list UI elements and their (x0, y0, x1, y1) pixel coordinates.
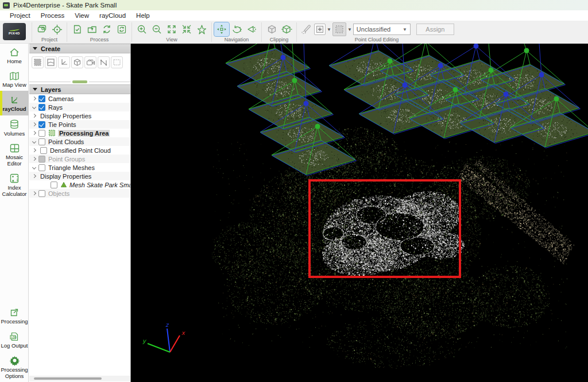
create-orientation-constraint-button[interactable] (58, 56, 70, 68)
clipping-box-button[interactable] (264, 22, 279, 36)
layer-row-point-groups[interactable]: Point Groups (29, 155, 130, 163)
create-video-animation-button[interactable] (84, 56, 96, 68)
layer-label: Point Clouds (48, 138, 84, 145)
rectangle-selection-button[interactable] (332, 22, 346, 36)
dropdown-caret-icon: ▼ (403, 27, 407, 32)
ribbon-item-log-output[interactable]: LOG Log Output (0, 328, 29, 352)
ribbon-item-map-view[interactable]: Map View (0, 68, 29, 91)
objects-checkbox[interactable] (38, 190, 45, 197)
reprocess-button[interactable] (99, 22, 114, 36)
create-processing-area-button[interactable] (32, 56, 44, 68)
ribbon-item-volumes[interactable]: Volumes (0, 115, 29, 140)
pan-mode-button[interactable] (214, 22, 229, 36)
pix4d-logo-button[interactable]: PIX4D (3, 23, 26, 40)
menu-view[interactable]: View (69, 12, 94, 19)
add-selection-caret-icon[interactable]: ▼ (327, 27, 331, 32)
layer-label: Point Groups (48, 156, 85, 163)
splitter-grip[interactable] (72, 80, 87, 83)
ribbon-item-home[interactable]: Home (0, 44, 29, 68)
new-project-button[interactable] (34, 22, 49, 36)
ribbon-label-log-output: Log Output (1, 343, 28, 349)
layer-row-point-clouds[interactable]: Point Clouds (29, 137, 130, 146)
layer-row-objects[interactable]: Objects (29, 189, 130, 198)
window-title: Pix4Denterprise - Skate Park Small (13, 2, 117, 9)
ribbon-item-index-calculator[interactable]: Index Calculator (0, 169, 29, 200)
layer-row-tie-points[interactable]: Tie Points (29, 120, 130, 129)
zoom-out-icon (152, 24, 162, 34)
zoom-in-button[interactable] (134, 22, 149, 36)
layer-row-cameras[interactable]: Cameras (29, 94, 130, 103)
processing-report-button[interactable] (69, 22, 84, 36)
expander-icon[interactable] (32, 114, 36, 118)
selection-shape-caret-icon[interactable]: ▼ (347, 27, 352, 32)
project-center-button[interactable] (49, 22, 64, 36)
create-scale-constraint-button[interactable] (111, 56, 123, 68)
layer-label: Mesh Skate Park Small_s (69, 182, 130, 188)
menu-process[interactable]: Process (36, 12, 70, 19)
first-person-mode-button[interactable] (244, 22, 259, 36)
ribbon-item-processing[interactable]: Processing (0, 304, 29, 328)
menu-help[interactable]: Help (131, 12, 155, 19)
ribbon-item-raycloud[interactable]: rayCloud (0, 91, 29, 115)
cameras-checkbox[interactable] (38, 95, 45, 102)
expander-icon[interactable] (32, 157, 36, 161)
densified-point-cloud-checkbox[interactable] (40, 147, 47, 154)
svg-text:LOG: LOG (11, 335, 17, 338)
panel-splitter[interactable] (29, 79, 130, 84)
expander-icon[interactable] (32, 174, 36, 178)
reoptimize-button[interactable] (114, 22, 129, 36)
point-clouds-checkbox[interactable] (38, 138, 45, 145)
assign-button[interactable]: Assign (416, 24, 454, 35)
layers-panel-header[interactable]: Layers (29, 84, 130, 94)
ribbon-item-mosaic-editor[interactable]: Mosaic Editor (0, 140, 29, 169)
expander-icon[interactable] (32, 140, 36, 144)
raycloud-3d-viewport[interactable] (131, 44, 588, 382)
create-object-button[interactable] (71, 56, 83, 68)
processing-area-checkbox[interactable] (38, 130, 45, 137)
create-toolbar (29, 53, 130, 71)
trackball-mode-button[interactable] (229, 22, 244, 36)
scrollbar-thumb[interactable] (34, 377, 102, 380)
expander-icon[interactable] (32, 148, 36, 152)
layer-row-rays[interactable]: Rays (29, 103, 130, 111)
tie-points-checkbox[interactable] (38, 121, 45, 128)
expander-icon[interactable] (32, 191, 36, 195)
focus-selection-button[interactable] (179, 22, 194, 36)
create-polyline-button[interactable] (98, 56, 110, 68)
expander-icon[interactable] (32, 165, 36, 169)
expander-icon[interactable] (32, 97, 36, 101)
layer-row-mesh-display-properties[interactable]: Display Properties (29, 172, 130, 180)
point-groups-checkbox[interactable] (38, 156, 45, 163)
menu-project[interactable]: Project (5, 12, 36, 19)
ribbon-label-mosaic-editor: Mosaic Editor (1, 155, 28, 167)
ribbon-item-processing-options[interactable]: Processing Options (0, 352, 29, 382)
edit-densified-point-cloud-button[interactable] (299, 22, 314, 36)
crosshair-target-icon (52, 24, 63, 35)
create-surface-button[interactable] (45, 56, 57, 68)
expander-icon[interactable] (32, 122, 36, 126)
home-view-button[interactable] (194, 22, 209, 36)
mesh-icon (60, 182, 67, 188)
expander-icon[interactable] (32, 131, 36, 135)
layers-horizontal-scrollbar[interactable] (29, 376, 130, 381)
layer-row-densified-point-cloud[interactable]: Densified Point Cloud (29, 146, 130, 155)
layer-row-triangle-meshes[interactable]: Triangle Meshes (29, 163, 130, 172)
add-selection-button[interactable] (314, 24, 326, 35)
expand-view-button[interactable] (164, 22, 179, 36)
expander-icon[interactable] (32, 105, 36, 109)
triangle-meshes-checkbox[interactable] (38, 164, 45, 171)
mesh-checkbox[interactable] (51, 182, 57, 188)
image-stack-icon (37, 24, 47, 34)
layer-row-processing-area[interactable]: Processing Area (29, 129, 130, 137)
rays-checkbox[interactable] (38, 104, 45, 111)
layer-row-mesh-skate-park[interactable]: Mesh Skate Park Small_s (29, 180, 130, 189)
video-camera-icon (86, 59, 95, 67)
edit-clipping-box-button[interactable] (279, 22, 294, 36)
menu-raycloud[interactable]: rayCloud (94, 12, 131, 19)
open-results-button[interactable] (84, 22, 99, 36)
zoom-out-button[interactable] (149, 22, 164, 36)
classification-dropdown[interactable]: Unclassified ▼ (353, 24, 411, 35)
create-panel-header[interactable]: Create (29, 44, 130, 53)
layer-row-rays-display-properties[interactable]: Display Properties (29, 111, 130, 120)
selection-rectangle[interactable] (308, 179, 461, 278)
